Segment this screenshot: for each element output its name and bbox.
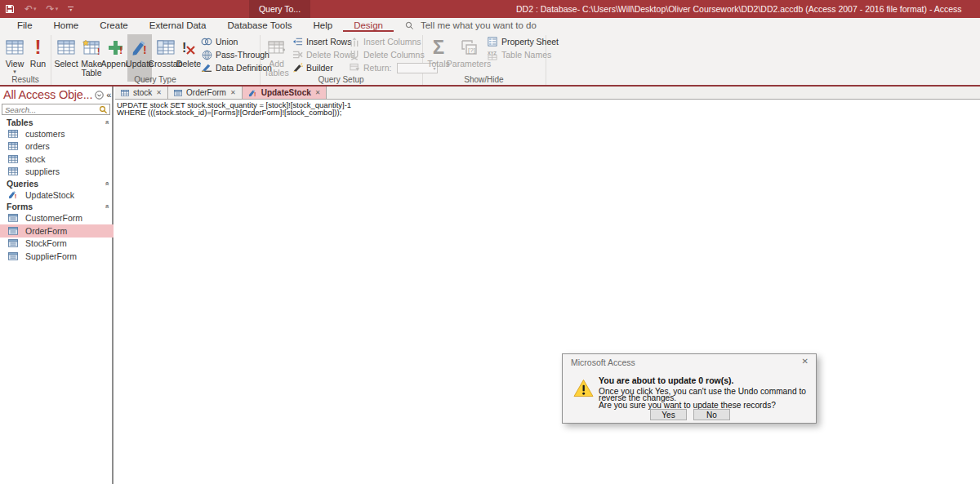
- svg-text:!: !: [182, 41, 186, 55]
- titlebar: ↶▾ ↷▾ ▾ Query To... DD2 : Database- C:\U…: [0, 0, 980, 18]
- form-icon: [174, 90, 182, 96]
- data-definition-button[interactable]: Data Definition: [201, 61, 272, 74]
- shutter-close-icon[interactable]: «: [106, 90, 111, 100]
- content-area: All Access Obje... « Tables » customers: [0, 87, 980, 484]
- append-query-icon: !: [107, 37, 125, 58]
- nav-menu-icon[interactable]: [95, 91, 104, 100]
- undo-icon[interactable]: ↶▾: [24, 0, 37, 18]
- totals-sigma-icon: Σ: [433, 37, 444, 58]
- form-icon: [8, 252, 18, 260]
- yes-button[interactable]: Yes: [650, 409, 687, 420]
- doc-tab-stock[interactable]: stock ✕: [115, 87, 168, 99]
- document-tab-bar: stock ✕ OrderForm ✕ ! UpdateStock ✕: [115, 87, 980, 100]
- group-label-query-type: Query Type: [51, 75, 260, 84]
- datasheet-view-icon: [6, 37, 24, 58]
- ribbon-tab-bar: File Home Create External Data Database …: [0, 18, 980, 33]
- tab-create[interactable]: Create: [89, 20, 139, 32]
- builder-button[interactable]: Builder: [292, 61, 355, 74]
- navigation-pane: All Access Obje... « Tables » customers: [0, 87, 114, 484]
- group-label-results: Results: [0, 75, 51, 84]
- dialog-heading: You are about to update 0 row(s).: [599, 375, 733, 385]
- run-icon: !: [35, 37, 42, 58]
- warning-icon: [573, 379, 594, 397]
- nav-item-updatestock[interactable]: ! UpdateStock: [0, 189, 114, 202]
- nav-group-queries[interactable]: Queries »: [0, 178, 114, 189]
- delete-query-icon: !: [180, 37, 198, 58]
- tab-design[interactable]: Design: [343, 20, 394, 32]
- union-button[interactable]: Union: [201, 35, 272, 48]
- table-icon: [121, 90, 129, 96]
- svg-text:!: !: [97, 47, 100, 56]
- add-tables-icon: [267, 37, 287, 58]
- tab-file[interactable]: File: [7, 20, 43, 32]
- table-names-icon: XYZ: [487, 49, 498, 60]
- pass-through-button[interactable]: Pass-Through: [201, 48, 272, 61]
- tell-me-box[interactable]: Tell me what you want to do: [405, 20, 537, 30]
- search-icon: [99, 105, 108, 114]
- nav-item-stock[interactable]: stock: [0, 153, 114, 166]
- doc-tab-orderform[interactable]: OrderForm ✕: [168, 87, 243, 99]
- collapse-group-icon: »: [102, 204, 110, 208]
- return-icon: [349, 62, 360, 73]
- group-label-query-setup: Query Setup: [260, 75, 422, 84]
- update-query-icon: !: [248, 89, 257, 97]
- sql-view-editor[interactable]: UPDATE stock SET stock.stock_quantity = …: [115, 100, 980, 484]
- tab-external-data[interactable]: External Data: [139, 20, 217, 32]
- nav-pane-header: All Access Obje... «: [3, 87, 110, 102]
- builder-icon: [292, 62, 303, 73]
- form-icon: [8, 214, 18, 222]
- nav-group-tables[interactable]: Tables »: [0, 117, 114, 127]
- dialog-title: Microsoft Access: [571, 357, 635, 367]
- doc-tab-updatestock[interactable]: ! UpdateStock ✕: [243, 87, 327, 99]
- nav-group-forms[interactable]: Forms »: [0, 202, 114, 212]
- access-window: ↶▾ ↷▾ ▾ Query To... DD2 : Database- C:\U…: [0, 0, 980, 484]
- select-query-icon: [57, 37, 75, 58]
- tell-me-label: Tell me what you want to do: [421, 20, 537, 30]
- property-sheet-button[interactable]: Property Sheet: [487, 35, 559, 48]
- tab-home[interactable]: Home: [43, 20, 90, 32]
- quick-access-toolbar: ↶▾ ↷▾ ▾: [5, 0, 74, 18]
- table-icon: [8, 167, 18, 175]
- insert-rows-button[interactable]: Insert Rows: [292, 35, 355, 48]
- sql-line: WHERE (((stock.stock_id)=[Forms]![OrderF…: [115, 109, 980, 117]
- close-tab-icon[interactable]: ✕: [315, 89, 321, 96]
- collapse-group-icon: »: [102, 181, 110, 185]
- nav-item-customerform[interactable]: CustomerForm: [0, 212, 114, 225]
- svg-text:!: !: [143, 43, 147, 56]
- document-area: stock ✕ OrderForm ✕ ! UpdateStock ✕ UPDA…: [115, 87, 980, 484]
- nav-item-suppliers[interactable]: suppliers: [0, 166, 114, 179]
- nav-search-box[interactable]: [2, 104, 110, 115]
- close-tab-icon[interactable]: ✕: [230, 89, 236, 96]
- property-sheet-icon: [487, 36, 498, 47]
- group-label-show-hide: Show/Hide: [422, 75, 546, 84]
- save-icon[interactable]: [5, 0, 15, 18]
- no-button[interactable]: No: [693, 409, 730, 420]
- nav-object-list: Tables » customers orders stock su: [0, 117, 114, 263]
- dialog-close-icon[interactable]: ✕: [802, 357, 808, 366]
- nav-item-supplierform[interactable]: SupplierForm: [0, 250, 114, 263]
- tab-database-tools[interactable]: Database Tools: [216, 20, 302, 32]
- redo-icon[interactable]: ↷▾: [47, 0, 59, 18]
- nav-search-input[interactable]: [2, 105, 99, 114]
- tab-help[interactable]: Help: [303, 20, 344, 32]
- crosstab-query-icon: [157, 37, 175, 58]
- update-query-icon: !: [131, 37, 149, 58]
- delete-rows-button: Delete Rows: [292, 48, 355, 61]
- close-tab-icon[interactable]: ✕: [156, 89, 162, 96]
- window-title: DD2 : Database- C:\Users\Will\Desktop\Ol…: [516, 0, 962, 18]
- nav-item-customers[interactable]: customers: [0, 127, 114, 140]
- svg-text:!: !: [254, 91, 256, 96]
- collapse-group-icon: »: [102, 120, 110, 124]
- svg-text:!: !: [119, 44, 122, 56]
- contextual-tab-query-tools[interactable]: Query To...: [249, 0, 310, 18]
- table-names-button: XYZ Table Names: [487, 48, 559, 61]
- update-confirmation-dialog: Microsoft Access ✕ You are about to upda…: [562, 353, 817, 424]
- parameters-icon: [?]: [460, 37, 478, 58]
- insert-rows-icon: [292, 36, 303, 47]
- nav-item-orders[interactable]: orders: [0, 140, 114, 153]
- customize-qat-icon[interactable]: ▾: [68, 0, 74, 18]
- data-definition-icon: [201, 62, 212, 73]
- nav-item-orderform[interactable]: OrderForm: [0, 224, 114, 238]
- table-icon: [8, 130, 18, 138]
- nav-item-stockform[interactable]: StockForm: [0, 238, 114, 251]
